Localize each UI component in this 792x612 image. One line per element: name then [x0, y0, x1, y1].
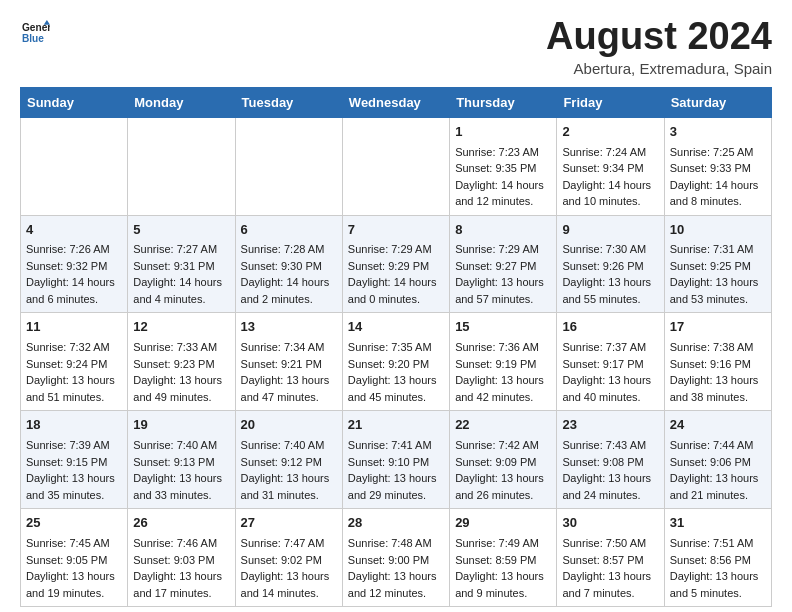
day-number: 19: [133, 416, 229, 435]
day-number: 24: [670, 416, 766, 435]
calendar-cell: [235, 117, 342, 215]
calendar-cell: 28Sunrise: 7:48 AM Sunset: 9:00 PM Dayli…: [342, 509, 449, 607]
day-info: Sunrise: 7:24 AM Sunset: 9:34 PM Dayligh…: [562, 144, 658, 210]
day-number: 23: [562, 416, 658, 435]
day-number: 5: [133, 221, 229, 240]
day-number: 9: [562, 221, 658, 240]
day-info: Sunrise: 7:39 AM Sunset: 9:15 PM Dayligh…: [26, 437, 122, 503]
day-number: 25: [26, 514, 122, 533]
weekday-header-wednesday: Wednesday: [342, 87, 449, 117]
day-number: 3: [670, 123, 766, 142]
calendar-cell: [128, 117, 235, 215]
day-info: Sunrise: 7:37 AM Sunset: 9:17 PM Dayligh…: [562, 339, 658, 405]
calendar-cell: 11Sunrise: 7:32 AM Sunset: 9:24 PM Dayli…: [21, 313, 128, 411]
calendar-week-row: 4Sunrise: 7:26 AM Sunset: 9:32 PM Daylig…: [21, 215, 772, 313]
day-info: Sunrise: 7:23 AM Sunset: 9:35 PM Dayligh…: [455, 144, 551, 210]
day-number: 10: [670, 221, 766, 240]
calendar-cell: 9Sunrise: 7:30 AM Sunset: 9:26 PM Daylig…: [557, 215, 664, 313]
day-info: Sunrise: 7:47 AM Sunset: 9:02 PM Dayligh…: [241, 535, 337, 601]
calendar-cell: [342, 117, 449, 215]
day-number: 1: [455, 123, 551, 142]
day-info: Sunrise: 7:36 AM Sunset: 9:19 PM Dayligh…: [455, 339, 551, 405]
logo-icon: General Blue: [22, 20, 50, 48]
day-info: Sunrise: 7:46 AM Sunset: 9:03 PM Dayligh…: [133, 535, 229, 601]
day-number: 7: [348, 221, 444, 240]
calendar-cell: 20Sunrise: 7:40 AM Sunset: 9:12 PM Dayli…: [235, 411, 342, 509]
day-number: 20: [241, 416, 337, 435]
day-info: Sunrise: 7:43 AM Sunset: 9:08 PM Dayligh…: [562, 437, 658, 503]
day-info: Sunrise: 7:38 AM Sunset: 9:16 PM Dayligh…: [670, 339, 766, 405]
day-number: 22: [455, 416, 551, 435]
day-info: Sunrise: 7:30 AM Sunset: 9:26 PM Dayligh…: [562, 241, 658, 307]
day-info: Sunrise: 7:44 AM Sunset: 9:06 PM Dayligh…: [670, 437, 766, 503]
svg-text:Blue: Blue: [22, 33, 44, 44]
calendar-week-row: 11Sunrise: 7:32 AM Sunset: 9:24 PM Dayli…: [21, 313, 772, 411]
day-info: Sunrise: 7:33 AM Sunset: 9:23 PM Dayligh…: [133, 339, 229, 405]
day-info: Sunrise: 7:29 AM Sunset: 9:29 PM Dayligh…: [348, 241, 444, 307]
calendar-title: August 2024: [546, 16, 772, 58]
day-number: 16: [562, 318, 658, 337]
day-number: 8: [455, 221, 551, 240]
calendar-cell: 30Sunrise: 7:50 AM Sunset: 8:57 PM Dayli…: [557, 509, 664, 607]
calendar-cell: 2Sunrise: 7:24 AM Sunset: 9:34 PM Daylig…: [557, 117, 664, 215]
calendar-cell: 10Sunrise: 7:31 AM Sunset: 9:25 PM Dayli…: [664, 215, 771, 313]
day-number: 17: [670, 318, 766, 337]
calendar-cell: 19Sunrise: 7:40 AM Sunset: 9:13 PM Dayli…: [128, 411, 235, 509]
day-info: Sunrise: 7:26 AM Sunset: 9:32 PM Dayligh…: [26, 241, 122, 307]
calendar-page: General Blue August 2024 Abertura, Extre…: [0, 0, 792, 612]
calendar-cell: 15Sunrise: 7:36 AM Sunset: 9:19 PM Dayli…: [450, 313, 557, 411]
day-number: 2: [562, 123, 658, 142]
day-number: 28: [348, 514, 444, 533]
day-info: Sunrise: 7:31 AM Sunset: 9:25 PM Dayligh…: [670, 241, 766, 307]
weekday-header-friday: Friday: [557, 87, 664, 117]
calendar-subtitle: Abertura, Extremadura, Spain: [546, 60, 772, 77]
day-info: Sunrise: 7:35 AM Sunset: 9:20 PM Dayligh…: [348, 339, 444, 405]
calendar-cell: 4Sunrise: 7:26 AM Sunset: 9:32 PM Daylig…: [21, 215, 128, 313]
day-number: 13: [241, 318, 337, 337]
day-number: 21: [348, 416, 444, 435]
day-info: Sunrise: 7:42 AM Sunset: 9:09 PM Dayligh…: [455, 437, 551, 503]
day-info: Sunrise: 7:51 AM Sunset: 8:56 PM Dayligh…: [670, 535, 766, 601]
calendar-cell: 23Sunrise: 7:43 AM Sunset: 9:08 PM Dayli…: [557, 411, 664, 509]
day-info: Sunrise: 7:40 AM Sunset: 9:13 PM Dayligh…: [133, 437, 229, 503]
calendar-cell: 26Sunrise: 7:46 AM Sunset: 9:03 PM Dayli…: [128, 509, 235, 607]
day-number: 18: [26, 416, 122, 435]
calendar-week-row: 1Sunrise: 7:23 AM Sunset: 9:35 PM Daylig…: [21, 117, 772, 215]
weekday-header-saturday: Saturday: [664, 87, 771, 117]
day-info: Sunrise: 7:28 AM Sunset: 9:30 PM Dayligh…: [241, 241, 337, 307]
day-number: 26: [133, 514, 229, 533]
calendar-cell: 29Sunrise: 7:49 AM Sunset: 8:59 PM Dayli…: [450, 509, 557, 607]
day-info: Sunrise: 7:49 AM Sunset: 8:59 PM Dayligh…: [455, 535, 551, 601]
day-number: 14: [348, 318, 444, 337]
day-info: Sunrise: 7:25 AM Sunset: 9:33 PM Dayligh…: [670, 144, 766, 210]
calendar-cell: 14Sunrise: 7:35 AM Sunset: 9:20 PM Dayli…: [342, 313, 449, 411]
calendar-cell: 1Sunrise: 7:23 AM Sunset: 9:35 PM Daylig…: [450, 117, 557, 215]
day-number: 27: [241, 514, 337, 533]
weekday-header-tuesday: Tuesday: [235, 87, 342, 117]
day-info: Sunrise: 7:40 AM Sunset: 9:12 PM Dayligh…: [241, 437, 337, 503]
day-number: 30: [562, 514, 658, 533]
calendar-cell: [21, 117, 128, 215]
calendar-cell: 27Sunrise: 7:47 AM Sunset: 9:02 PM Dayli…: [235, 509, 342, 607]
calendar-cell: 5Sunrise: 7:27 AM Sunset: 9:31 PM Daylig…: [128, 215, 235, 313]
weekday-header-row: SundayMondayTuesdayWednesdayThursdayFrid…: [21, 87, 772, 117]
calendar-cell: 24Sunrise: 7:44 AM Sunset: 9:06 PM Dayli…: [664, 411, 771, 509]
weekday-header-monday: Monday: [128, 87, 235, 117]
day-info: Sunrise: 7:27 AM Sunset: 9:31 PM Dayligh…: [133, 241, 229, 307]
weekday-header-sunday: Sunday: [21, 87, 128, 117]
header: General Blue August 2024 Abertura, Extre…: [20, 16, 772, 77]
weekday-header-thursday: Thursday: [450, 87, 557, 117]
day-number: 12: [133, 318, 229, 337]
day-number: 4: [26, 221, 122, 240]
day-info: Sunrise: 7:41 AM Sunset: 9:10 PM Dayligh…: [348, 437, 444, 503]
calendar-table: SundayMondayTuesdayWednesdayThursdayFrid…: [20, 87, 772, 607]
calendar-cell: 13Sunrise: 7:34 AM Sunset: 9:21 PM Dayli…: [235, 313, 342, 411]
day-number: 6: [241, 221, 337, 240]
calendar-cell: 8Sunrise: 7:29 AM Sunset: 9:27 PM Daylig…: [450, 215, 557, 313]
calendar-cell: 12Sunrise: 7:33 AM Sunset: 9:23 PM Dayli…: [128, 313, 235, 411]
calendar-week-row: 18Sunrise: 7:39 AM Sunset: 9:15 PM Dayli…: [21, 411, 772, 509]
calendar-cell: 3Sunrise: 7:25 AM Sunset: 9:33 PM Daylig…: [664, 117, 771, 215]
calendar-cell: 21Sunrise: 7:41 AM Sunset: 9:10 PM Dayli…: [342, 411, 449, 509]
title-block: August 2024 Abertura, Extremadura, Spain: [546, 16, 772, 77]
day-info: Sunrise: 7:29 AM Sunset: 9:27 PM Dayligh…: [455, 241, 551, 307]
